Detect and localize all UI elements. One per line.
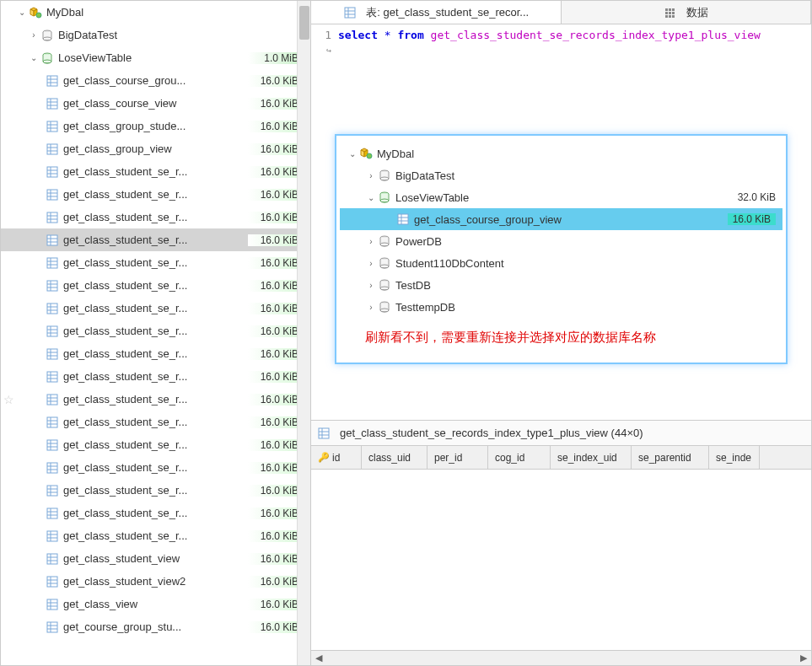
database-icon [40,28,55,43]
tree-table-23[interactable]: get_class_view 16.0 KiB [1,593,310,615]
svg-rect-17 [47,144,57,154]
tree-table-4[interactable]: get_class_student_se_r... 16.0 KiB [1,160,310,183]
top-tabs: 表: get_class_student_se_recor... 数据 [311,1,811,24]
tree-size: 16.0 KiB [248,143,304,155]
overlay-item-0[interactable]: › BigDataTest [340,164,782,186]
tab-data-label: 数据 [686,5,708,20]
tree-table-0[interactable]: get_class_course_grou... 16.0 KiB [1,69,310,92]
overlay-label: TesttempDB [395,301,455,314]
overlay-item-2[interactable]: get_class_course_group_view 16.0 KiB [340,208,782,230]
tree-table-12[interactable]: get_class_student_se_r... 16.0 KiB [1,342,310,365]
expand-arrow[interactable]: › [28,30,40,40]
scroll-left-arrow[interactable]: ◀ [311,653,326,663]
overlay-label: Student110DbContent [395,257,504,270]
table-icon [45,301,60,316]
tree-db-0[interactable]: › BigDataTest [1,24,310,46]
tree-table-13[interactable]: get_class_student_se_r... 16.0 KiB [1,365,310,388]
tree-scrollbar-thumb[interactable] [299,6,309,40]
scroll-right-arrow[interactable]: ▶ [796,653,811,663]
tree-table-24[interactable]: get_course_group_stu... 16.0 KiB [1,615,310,638]
tree-table-16[interactable]: get_class_student_se_r... 16.0 KiB [1,433,310,456]
tab-table[interactable]: 表: get_class_student_se_recor... [311,1,562,24]
tree-size: 16.0 KiB [248,462,304,474]
grid-column-id[interactable]: 🔑id [311,446,362,469]
tree-table-20[interactable]: get_class_student_se_r... 16.0 KiB [1,524,310,547]
grid-column-class_uid[interactable]: class_uid [362,446,428,469]
grid-column-se_index_uid[interactable]: se_index_uid [551,446,632,469]
grid-column-label: se_parentid [638,452,691,464]
tree-table-15[interactable]: get_class_student_se_r... 16.0 KiB [1,411,310,433]
tree-table-2[interactable]: get_class_group_stude... 16.0 KiB [1,115,310,137]
database-icon [377,277,392,293]
tree-table-14[interactable]: ☆ get_class_student_se_r... 16.0 KiB [1,388,310,411]
tree-table-5[interactable]: get_class_student_se_r... 16.0 KiB [1,183,310,206]
overlay-item-3[interactable]: › PowerDB [340,230,782,252]
tree-table-17[interactable]: get_class_student_se_r... 16.0 KiB [1,456,310,479]
expand-arrow[interactable]: ⌄ [16,8,28,17]
sql-code[interactable]: select * from get_class_student_se_recor… [338,28,811,43]
tree-db-1[interactable]: ⌄ LoseViewTable 1.0 MiB [1,46,310,69]
tab-data[interactable]: 数据 [562,1,812,24]
tree-table-9[interactable]: get_class_student_se_r... 16.0 KiB [1,274,310,297]
svg-rect-25 [47,190,57,200]
tree-label: get_class_student_view [63,552,248,565]
overlay-root[interactable]: ⌄ MyDbal [340,142,782,164]
svg-rect-65 [47,417,57,427]
tree-table-10[interactable]: get_class_student_se_r... 16.0 KiB [1,297,310,320]
sql-editor[interactable]: 1 ↪ select * from get_class_student_se_r… [311,24,811,421]
expand-arrow[interactable]: ⌄ [28,53,40,62]
result-horizontal-scrollbar[interactable]: ◀ ▶ [311,650,811,665]
host-icon [28,5,43,20]
tree-root[interactable]: ⌄ MyDbal [1,1,310,24]
tree-table-3[interactable]: get_class_group_view 16.0 KiB [1,137,310,160]
tree-table-21[interactable]: get_class_student_view 16.0 KiB [1,547,310,570]
result-title: get_class_student_se_records_index_type1… [340,427,643,439]
overlay-item-1[interactable]: ⌄ LoseViewTable 32.0 KiB [340,186,782,208]
grid-column-cog_id[interactable]: cog_id [488,446,551,469]
expand-arrow[interactable]: › [365,171,377,180]
table-icon [45,255,60,271]
tree-label: get_class_student_se_r... [63,188,248,201]
tree-label: get_class_student_se_r... [63,529,248,542]
tree-table-11[interactable]: get_class_student_se_r... 16.0 KiB [1,320,310,342]
svg-rect-57 [47,372,57,382]
expand-arrow[interactable]: › [365,237,377,246]
expand-arrow[interactable]: › [365,259,377,268]
tree-size: 16.0 KiB [248,485,304,497]
tree-table-7[interactable]: get_class_student_se_r... 16.0 KiB [1,228,310,251]
tree-table-1[interactable]: get_class_course_view 16.0 KiB [1,92,310,115]
tree-label: get_class_group_view [63,142,248,155]
grid-column-se_parentid[interactable]: se_parentid [632,446,709,469]
tree-size: 16.0 KiB [248,439,304,451]
tree-table-8[interactable]: get_class_student_se_r... 16.0 KiB [1,251,310,274]
expand-arrow[interactable]: › [365,303,377,312]
expand-arrow[interactable]: › [365,281,377,290]
tree-table-18[interactable]: get_class_student_se_r... 16.0 KiB [1,479,310,502]
tree-size: 16.0 KiB [248,234,304,246]
overlay-item-6[interactable]: › TesttempDB [340,296,782,318]
tree-table-22[interactable]: get_class_student_view2 16.0 KiB [1,570,310,593]
tree-table-6[interactable]: get_class_student_se_r... 16.0 KiB [1,206,310,228]
overlay-item-4[interactable]: › Student110DbContent [340,252,782,274]
result-tab-header[interactable]: get_class_student_se_records_index_type1… [311,421,811,446]
tree-table-19[interactable]: get_class_student_se_r... 16.0 KiB [1,502,310,524]
table-icon [45,506,60,521]
tree-label: get_class_view [63,598,248,610]
expand-arrow[interactable]: ⌄ [347,149,358,158]
tree-size: 16.0 KiB [248,371,304,383]
scroll-track[interactable] [326,653,796,663]
tab-table-label: 表: get_class_student_se_recor... [366,5,529,20]
svg-rect-117 [672,15,675,18]
database-icon [377,255,392,271]
expand-arrow[interactable]: ⌄ [365,193,377,202]
tree-scrollbar[interactable] [297,1,310,665]
svg-rect-111 [672,8,675,11]
overlay-item-5[interactable]: › TestDB [340,274,782,296]
grid-column-se_inde[interactable]: se_inde [709,446,760,469]
svg-rect-89 [47,554,57,564]
grid-column-per_id[interactable]: per_id [428,446,488,469]
tree-label: get_class_student_view2 [63,575,248,588]
host-icon [358,146,374,161]
table-icon [45,392,60,407]
sql-identifier: get_class_student_se_records_index_type1… [431,29,761,41]
